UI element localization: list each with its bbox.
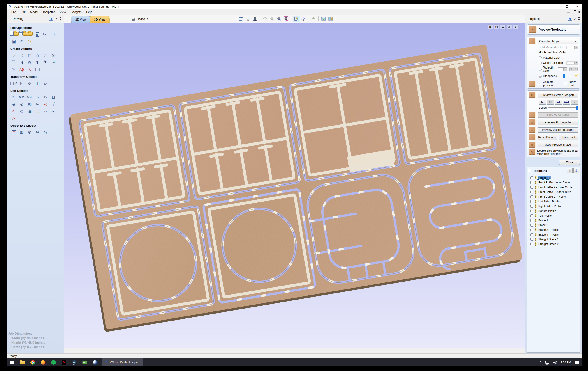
- global-fill-color-dropdown[interactable]: ▼: [566, 61, 578, 65]
- netflix-icon[interactable]: N: [59, 358, 69, 366]
- export-vectors-icon[interactable]: [28, 32, 33, 35]
- taskbar-active-task[interactable]: VCarve Pro Makerspa...: [102, 358, 143, 366]
- move-selection-icon[interactable]: ❏↗: [10, 80, 18, 87]
- notification-center-icon[interactable]: [575, 361, 578, 364]
- solid-material-color-dropdown[interactable]: ▼: [566, 46, 578, 49]
- paste-icon[interactable]: ▣: [10, 38, 18, 45]
- material-select[interactable]: Canadian Maple▼: [538, 39, 578, 44]
- toolpath-visibility-checkbox[interactable]: [530, 210, 533, 212]
- tab-2d-view[interactable]: 2D View: [71, 16, 91, 22]
- weld-vectors-icon[interactable]: ⊔: [49, 94, 57, 101]
- help-icon[interactable]: ?: [55, 17, 57, 20]
- toolpath-item[interactable]: Right Side - Profile: [528, 204, 579, 209]
- pause-button[interactable]: ▮▮: [547, 100, 554, 105]
- toolpath-item[interactable]: Bottom Profile: [528, 209, 579, 213]
- toolpath-item[interactable]: Brace 3 - Profile: [528, 227, 579, 232]
- panel-drag-handle[interactable]: [10, 16, 11, 21]
- undo-icon[interactable]: ↶: [18, 38, 26, 45]
- preview-selected-toolpath-button[interactable]: Preview Selected Toolpath: [538, 93, 578, 98]
- toolpath-visibility-checkbox[interactable]: [530, 219, 533, 222]
- preview-visible-toolpaths-button[interactable]: Preview Visible Toolpaths: [538, 127, 578, 132]
- toolpath-item[interactable]: Brace 1: [528, 218, 579, 223]
- step-button[interactable]: ▶▮: [555, 100, 562, 105]
- toggle-toolpath-drawing-icon[interactable]: [300, 16, 306, 22]
- run-to-end-button[interactable]: ▲: [571, 100, 578, 105]
- minimize-button[interactable]: –: [552, 4, 562, 10]
- collapse-toolpaths-icon[interactable]: ◀: [568, 17, 572, 20]
- menu-edit[interactable]: Edit: [18, 10, 28, 14]
- node-edit-cursor-icon[interactable]: ↖⚙: [18, 94, 26, 101]
- undo-last-button[interactable]: Undo Last: [559, 135, 578, 140]
- draw-circle-icon[interactable]: ○: [10, 52, 18, 59]
- select-all-icon[interactable]: ⊞: [33, 31, 41, 38]
- toolpath-item[interactable]: Front Baffle - Inner Circle: [528, 180, 579, 185]
- new-file-icon[interactable]: [10, 31, 14, 36]
- subtract-vectors-icon[interactable]: ⊖: [10, 101, 18, 108]
- toolpath-visibility-checkbox[interactable]: [530, 191, 533, 193]
- network-icon[interactable]: [545, 361, 549, 364]
- redo-icon[interactable]: ↷: [26, 38, 34, 45]
- chrome-icon[interactable]: [28, 358, 38, 366]
- open-file-icon[interactable]: [14, 32, 19, 35]
- draw-star-icon[interactable]: ☆: [42, 52, 49, 59]
- toggle-grid-icon[interactable]: [252, 16, 258, 22]
- toolpath-visibility-checkbox[interactable]: [530, 238, 533, 241]
- clock[interactable]: 9:32 PM: [560, 361, 571, 364]
- close-button-panel[interactable]: Close: [559, 160, 580, 165]
- restore-button[interactable]: [562, 4, 572, 10]
- close-button[interactable]: ×: [572, 4, 582, 10]
- draw-rectangle-icon[interactable]: □: [26, 52, 34, 59]
- zoom-box-icon[interactable]: [283, 16, 289, 22]
- set-size-icon[interactable]: ⊡: [18, 80, 26, 87]
- start-button[interactable]: [7, 358, 17, 366]
- toolpath-visibility-checkbox[interactable]: [530, 181, 533, 184]
- fit-curves-icon[interactable]: √: [49, 101, 57, 108]
- spotify-icon[interactable]: [48, 358, 59, 366]
- tab-3d-view[interactable]: 3D View: [90, 16, 110, 22]
- toolpath-item[interactable]: Pocket 1: [528, 175, 579, 180]
- steam-icon[interactable]: [69, 358, 79, 366]
- join-vectors-icon[interactable]: ≺: [42, 101, 49, 108]
- zoom-to-fit-icon[interactable]: [238, 16, 244, 22]
- menu-help[interactable]: Help: [84, 10, 94, 14]
- menu-gadgets[interactable]: Gadgets: [68, 10, 84, 14]
- toggle-toolpath-preview-icon[interactable]: [293, 16, 299, 22]
- toolpaths-master-checkbox[interactable]: [528, 169, 531, 172]
- arc-node-icon[interactable]: ⌣: [42, 108, 49, 115]
- mirror-icon[interactable]: ◫: [34, 80, 42, 87]
- toolpaths-help-icon[interactable]: ?: [574, 17, 576, 20]
- smooth-curve-icon[interactable]: ∿: [10, 108, 18, 115]
- close-vector-icon[interactable]: ◇: [18, 108, 26, 115]
- toolpath-visibility-checkbox[interactable]: [530, 233, 533, 236]
- toolpath-visibility-checkbox[interactable]: [530, 205, 533, 208]
- animate-preview-checkbox[interactable]: ✓: [538, 82, 541, 85]
- toolpath-visibility-checkbox[interactable]: [530, 177, 533, 179]
- 3d-view-canvas[interactable]: ▣⤱zZxzXxzYx: [64, 22, 525, 352]
- toolpath-item[interactable]: Straight Brace 2: [528, 242, 579, 246]
- radio-toolpath-color[interactable]: [539, 68, 542, 71]
- zoom-to-selection-icon[interactable]: [245, 16, 251, 22]
- ungroup-icon[interactable]: ⧉: [42, 94, 49, 101]
- zoom-tool-icon[interactable]: [269, 16, 275, 22]
- nesting-icon[interactable]: ᶜ⁄ₐ: [42, 129, 49, 136]
- volume-icon[interactable]: ◄))): [553, 361, 557, 364]
- toolpath-visibility-checkbox[interactable]: [530, 186, 533, 189]
- circular-array-icon[interactable]: ⊛: [26, 129, 34, 136]
- toolpath-item[interactable]: Top Profile: [528, 213, 579, 218]
- tile-windows-icon[interactable]: [328, 16, 334, 22]
- 3d-rotate-view-icon[interactable]: ⤱: [494, 24, 499, 29]
- dados-dropdown[interactable]: ▤ Dados▼: [130, 16, 150, 22]
- preview-all-toolpaths-button[interactable]: Preview All Toolpaths: [538, 120, 578, 125]
- copy-icon[interactable]: ❏: [49, 31, 57, 38]
- distort-icon[interactable]: ▱: [42, 80, 49, 87]
- collapse-panel-icon[interactable]: ◀: [49, 17, 53, 20]
- text-spacing-icon[interactable]: Ŧ: [10, 66, 18, 73]
- pan-view-icon[interactable]: [262, 16, 268, 22]
- group-icon[interactable]: ⧈: [34, 94, 42, 101]
- select-cursor-icon[interactable]: ↖: [10, 94, 18, 101]
- toolpath-color-dropdown[interactable]: ▼: [558, 67, 567, 71]
- preview-all-sides-button[interactable]: Preview All Sides: [538, 112, 578, 118]
- lithophane-slider[interactable]: [560, 76, 571, 76]
- import-vectors-icon[interactable]: [23, 32, 28, 35]
- move-toolpath-up-button[interactable]: ⇧: [567, 168, 573, 173]
